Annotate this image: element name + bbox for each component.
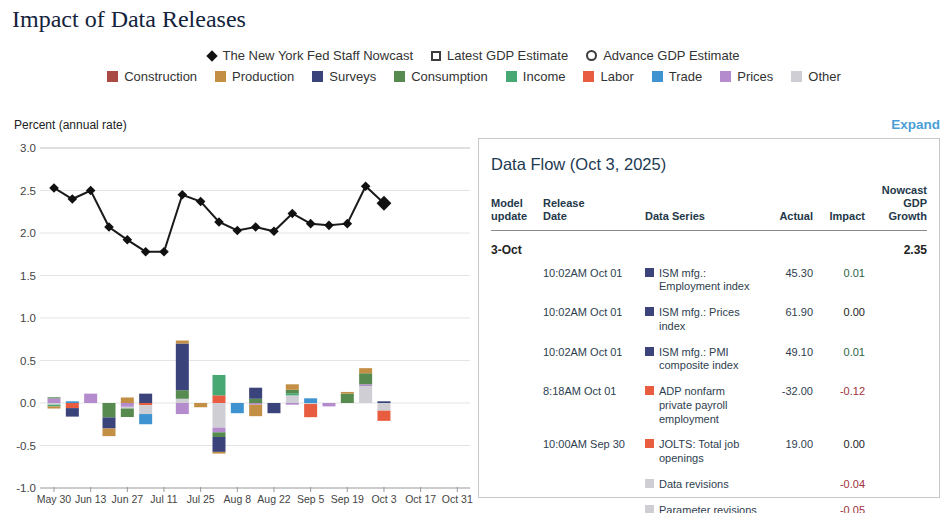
legend-component-label: Consumption (411, 66, 488, 87)
x-tick-label: Jul 11 (150, 493, 177, 505)
x-tick-label: Oct 17 (405, 493, 436, 505)
impact-bars (48, 341, 391, 454)
release-date-cell: 8:18AM Oct 01 (543, 385, 639, 399)
table-row: Parameter revisions-0.05 (491, 504, 927, 513)
bar-segment-other (304, 403, 317, 404)
legend-component-label: Prices (737, 66, 773, 87)
bar-segment-labor (377, 411, 390, 421)
bar-segment-trade (66, 401, 79, 403)
release-date-cell: 10:02AM Oct 01 (543, 306, 639, 320)
y-tick-label: 1.5 (20, 270, 36, 282)
nowcast-marker (251, 222, 261, 232)
legend-component-label: Other (808, 66, 841, 87)
bar-segment-surveys (377, 401, 390, 403)
actual-value: 45.30 (763, 267, 813, 281)
data-series-cell: ADP nonfarm private payroll employment (645, 385, 757, 426)
nowcast-marker (49, 183, 59, 193)
release-date-cell: 10:02AM Oct 01 (543, 346, 639, 360)
actual-value: -32.00 (763, 385, 813, 399)
bar-segment-consumption (102, 403, 115, 417)
legend-marker-label: The New York Fed Staff Nowcast (222, 45, 413, 66)
expand-link[interactable]: Expand (891, 117, 940, 132)
legend-item-prices: Prices (720, 66, 773, 87)
bar-segment-production (341, 392, 354, 394)
nowcast-marker (324, 221, 334, 231)
data-series-label: Parameter revisions (659, 504, 757, 513)
x-tick-label: Aug 22 (257, 493, 290, 505)
x-tick-label: Jul 25 (187, 493, 215, 505)
bar-segment-production (121, 397, 134, 403)
bar-segment-consumption (48, 397, 61, 398)
impact-value: 0.00 (819, 306, 865, 320)
bar-segment-consumption (341, 394, 354, 403)
col-data-series: Data Series (645, 210, 757, 223)
bar-segment-other (139, 405, 152, 414)
data-series-label: ADP nonfarm private payroll employment (659, 385, 757, 426)
legend-item-consumption: Consumption (394, 66, 488, 87)
table-row: 10:02AM Oct 01ISM mfg.: Employment index… (491, 267, 927, 295)
bar-segment-consumption (249, 399, 262, 403)
table-row: Data revisions-0.04 (491, 478, 927, 492)
table-row: 10:02AM Oct 01ISM mfg.: Prices index61.9… (491, 306, 927, 334)
bar-segment-production (48, 406, 61, 408)
x-tick-label: Jun 27 (112, 493, 144, 505)
impact-value: 0.01 (819, 267, 865, 281)
legend-marker-label: Advance GDP Estimate (603, 45, 739, 66)
release-date-cell: 10:02AM Oct 01 (543, 267, 639, 281)
bar-segment-trade (139, 414, 152, 424)
col-nowcast-gdp-growth: Nowcast GDP Growth (871, 184, 927, 224)
header-divider (491, 230, 927, 231)
legend-item-other: Other (791, 66, 841, 87)
data-series-cell: Data revisions (645, 478, 757, 492)
bar-segment-other (212, 403, 225, 428)
legend-item-circle: Advance GDP Estimate (586, 45, 739, 66)
actual-value: 49.10 (763, 346, 813, 360)
production-swatch-icon (215, 71, 226, 82)
legend-item-diamond: The New York Fed Staff Nowcast (208, 45, 413, 66)
model-update-label: 3-Oct (491, 243, 537, 257)
col-release-date: Release Date (543, 197, 639, 223)
bar-segment-prices (48, 398, 61, 403)
data-flow-table-body: 3-Oct2.3510:02AM Oct 01ISM mfg.: Employm… (491, 235, 927, 513)
circle-marker-icon (586, 50, 597, 61)
bar-segment-production (194, 403, 207, 407)
y-tick-label: 0.0 (20, 397, 36, 409)
legend-component-label: Trade (669, 66, 702, 87)
bar-segment-labor (66, 403, 79, 408)
data-series-cell: ISM mfg.: Prices index (645, 306, 757, 334)
y-tick-label: 1.0 (20, 312, 36, 324)
bar-segment-surveys (102, 417, 115, 428)
legend-component-label: Labor (600, 66, 633, 87)
legend-item-trade: Trade (652, 66, 702, 87)
bar-segment-prices (286, 403, 299, 405)
bar-segment-labor (212, 395, 225, 403)
bar-segment-surveys (139, 394, 152, 403)
x-tick-label: Sep 5 (297, 493, 325, 505)
legend-component-label: Construction (124, 66, 197, 87)
bar-segment-consumption (176, 390, 189, 399)
prices-swatch-icon (720, 71, 731, 82)
legend-marker-label: Latest GDP Estimate (447, 45, 568, 66)
x-tick-label: May 30 (37, 493, 72, 505)
impact-value: 0.01 (819, 346, 865, 360)
bar-segment-consumption (359, 373, 372, 384)
actual-value: 19.00 (763, 438, 813, 452)
y-tick-label: 0.5 (20, 355, 36, 367)
impact-value: -0.05 (819, 504, 865, 513)
bar-segment-other (48, 403, 61, 405)
data-series-cell: ISM mfg.: PMI composite index (645, 346, 757, 374)
y-tick-label: 3.0 (20, 142, 36, 154)
bar-segment-production (249, 405, 262, 416)
bar-segment-production (102, 429, 115, 437)
nowcast-marker (178, 190, 188, 200)
bar-segment-other (176, 399, 189, 403)
bar-segment-production (176, 341, 189, 344)
bar-segment-prices (212, 428, 225, 433)
data-series-label: ISM mfg.: PMI composite index (659, 346, 757, 374)
y-tick-label: -1.0 (16, 482, 36, 494)
surveys-swatch-icon (645, 307, 654, 316)
actual-value: 61.90 (763, 306, 813, 320)
nowcast-marker (159, 247, 169, 257)
bar-segment-surveys (176, 344, 189, 391)
nowcast-impact-chart: 3.02.52.01.51.00.50.0-0.5-1.0May 30Jun 1… (0, 138, 478, 513)
